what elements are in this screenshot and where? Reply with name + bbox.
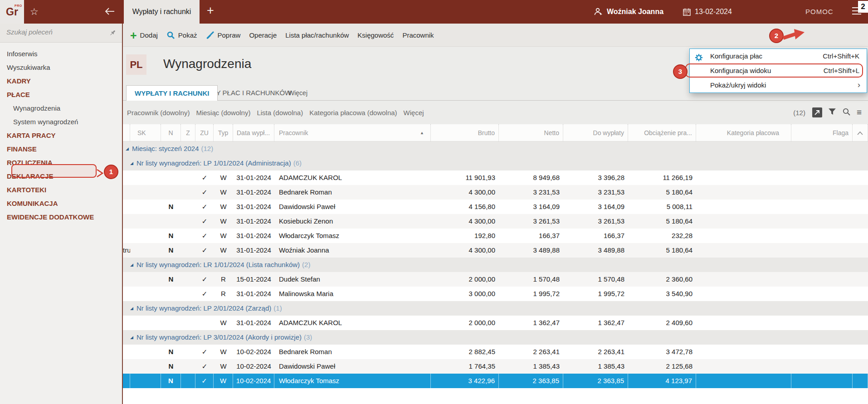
cell-sk <box>130 287 161 301</box>
cell-kategoria <box>696 229 791 243</box>
column-header-n[interactable]: N <box>161 124 181 141</box>
back-arrow-icon[interactable] <box>104 7 115 18</box>
sidebar-item-karta-pracy[interactable]: KARTA PRACY <box>0 129 122 142</box>
group-row[interactable]: ◢Nr listy wynagrodzeń: LP 2/01/2024 (Zar… <box>123 301 868 316</box>
cell-kategoria <box>696 272 791 287</box>
column-header-netto[interactable]: Netto <box>499 124 563 141</box>
table-row-malinowska-maria[interactable]: ✓R31-01-2024Malinowska Maria3 000,001 99… <box>123 287 868 301</box>
toolbar-button-operacje[interactable]: Operacje <box>249 31 277 39</box>
collapse-triangle-icon[interactable]: ◢ <box>130 258 133 272</box>
column-header-flaga[interactable]: Flaga <box>791 124 853 141</box>
toolbar-button-dodaj[interactable]: +Dodaj <box>130 31 158 40</box>
brush-icon <box>206 31 215 39</box>
cell-z <box>181 200 195 214</box>
cell-scroll <box>853 359 868 374</box>
cell-pracownik: Woźniak Joanna <box>274 243 431 258</box>
toolbar-button-pracownik[interactable]: Pracownik <box>402 31 434 39</box>
cell-brutto: 2 000,00 <box>431 272 499 287</box>
filter-0[interactable]: Pracownik (dowolny) <box>127 109 190 117</box>
filter-2[interactable]: Lista (dowolna) <box>257 109 303 117</box>
new-tab-button[interactable]: + <box>207 4 214 18</box>
window-tab-wyplaty[interactable]: Wypłaty i rachunki <box>124 0 200 24</box>
cell-data: 31-01-2024 <box>233 214 274 229</box>
column-header-obciazenie[interactable]: Obciążenie pra... <box>628 124 696 141</box>
column-header-do_wyplaty[interactable]: Do wypłaty <box>563 124 628 141</box>
column-header-sk[interactable]: SK <box>130 124 161 141</box>
column-header-zu[interactable]: ZU <box>195 124 214 141</box>
pin-icon[interactable] <box>109 29 117 39</box>
collapse-triangle-icon[interactable]: ◢ <box>126 141 129 156</box>
table-row-dudek-stefan[interactable]: N✓R15-01-2024Dudek Stefan2 000,001 570,4… <box>123 272 868 287</box>
filter-4[interactable]: Więcej <box>404 109 424 117</box>
column-label: Netto <box>544 129 559 136</box>
search-icon[interactable] <box>842 107 851 118</box>
cell-marker <box>123 272 130 287</box>
cell-kategoria <box>696 214 791 229</box>
tab-wypłaty-i-rachunki[interactable]: WYPŁATY I RACHUNKI <box>126 85 218 101</box>
collapse-triangle-icon[interactable]: ◢ <box>130 156 133 170</box>
table-row-adamczuk-karol[interactable]: ✓W31-01-2024ADAMCZUK KAROL11 901,938 949… <box>123 170 868 185</box>
sidebar-item-komunikacja[interactable]: KOMUNIKACJA <box>0 197 122 210</box>
sidebar-item-system-wynagrodzeń[interactable]: System wynagrodzeń <box>0 115 122 129</box>
current-user[interactable]: Woźniak Joanna <box>593 0 663 24</box>
cell-sk <box>130 170 161 185</box>
table-row-dawidowski-paweł[interactable]: N✓W31-01-2024Dawidowski Paweł4 156,803 1… <box>123 200 868 214</box>
filter-3[interactable]: Kategoria płacowa (dowolna) <box>309 109 397 117</box>
group-count: (2) <box>302 258 310 272</box>
command-search: Szukaj poleceń <box>0 24 122 43</box>
column-header-pracownik[interactable]: Pracownik▲ <box>274 124 431 141</box>
column-header-typ[interactable]: Typ <box>214 124 233 141</box>
column-label: N <box>168 129 173 136</box>
collapse-triangle-icon[interactable]: ◢ <box>130 301 133 316</box>
group-row[interactable]: ◢Nr listy wynagrodzeń: LP 1/01/2024 (Adm… <box>123 156 868 170</box>
table-row-woźniak-joanna[interactable]: trueN✓W31-01-2024Woźniak Joanna4 300,003… <box>123 243 868 258</box>
app-date[interactable]: 13-02-2024 <box>683 0 732 24</box>
help-menu[interactable]: POMOC <box>805 0 834 24</box>
table-row-adamczuk-karol[interactable]: W31-01-2024ADAMCZUK KAROL2 000,001 362,4… <box>123 316 868 330</box>
column-label: SK <box>137 129 146 136</box>
sidebar-item-kadry[interactable]: KADRY <box>0 74 122 88</box>
export-icon[interactable] <box>812 107 822 117</box>
column-header-z[interactable]: Z <box>181 124 195 141</box>
star-icon[interactable]: ☆ <box>30 6 39 18</box>
menu-item-konfiguracja-płac[interactable]: Konfiguracja płacCtrl+Shift+K <box>690 49 867 63</box>
table-row-włodarczyk-tomasz[interactable]: N✓W10-02-2024Włodarczyk Tomasz3 422,962 … <box>123 374 868 388</box>
sidebar-item-ewidencje-dodatkowe[interactable]: EWIDENCJE DODATKOWE <box>0 210 122 224</box>
column-header-data[interactable]: Data wypł... <box>233 124 274 141</box>
cell-scroll <box>853 229 868 243</box>
column-header-brutto[interactable]: Brutto <box>431 124 499 141</box>
collapse-triangle-icon[interactable]: ◢ <box>130 330 133 345</box>
sidebar-item-finanse[interactable]: FINANSE <box>0 142 122 156</box>
toolbar-button-księgowość[interactable]: Księgowość <box>357 31 394 39</box>
toolbar-button-pokaż[interactable]: Pokaż <box>166 31 197 39</box>
table-row-włodarczyk-tomasz[interactable]: N✓W31-01-2024Włodarczyk Tomasz192,80166,… <box>123 229 868 243</box>
column-header-marker[interactable] <box>123 124 130 141</box>
filter-icon[interactable] <box>828 108 836 117</box>
table-row-dawidowski-paweł[interactable]: N✓W10-02-2024Dawidowski Paweł1 764,351 3… <box>123 359 868 374</box>
column-header-scroll[interactable] <box>853 124 868 141</box>
cell-flaga <box>791 272 853 287</box>
table-row-bednarek-roman[interactable]: ✓W31-01-2024Bednarek Roman4 300,003 231,… <box>123 185 868 200</box>
group-row[interactable]: ◢Nr listy wynagrodzeń: LP 3/01/2024 (Ako… <box>123 330 868 345</box>
tab-więcej[interactable]: Więcej <box>288 85 307 101</box>
sidebar-item-wynagrodzenia[interactable]: Wynagrodzenia <box>0 102 122 115</box>
sidebar-item-płace[interactable]: PŁACE <box>0 88 122 102</box>
annotation-step1-badge: 1 <box>104 165 118 179</box>
sidebar-item-kartoteki[interactable]: KARTOTEKI <box>0 183 122 197</box>
list-icon[interactable]: ≡ <box>857 107 862 117</box>
table-row-kosiebucki-zenon[interactable]: ✓W31-01-2024Kosiebucki Zenon4 300,003 26… <box>123 214 868 229</box>
sidebar-item-wyszukiwarka[interactable]: Wyszukiwarka <box>0 61 122 74</box>
filter-1[interactable]: Miesiąc (dowolny) <box>196 109 250 117</box>
column-header-kategoria[interactable]: Kategoria płacowa <box>696 124 791 141</box>
page-title: Wynagrodzenia <box>163 57 251 71</box>
menu-item-pokaż-ukryj-widoki[interactable]: Pokaż/ukryj widoki› <box>690 78 867 92</box>
cell-pracownik: Malinowska Maria <box>274 287 431 301</box>
sidebar-item-infoserwis[interactable]: Infoserwis <box>0 47 122 61</box>
search-input[interactable]: Szukaj poleceń <box>6 28 53 36</box>
toolbar-button-popraw[interactable]: Popraw <box>206 31 241 39</box>
toolbar-button-lista-płac-rachunków[interactable]: Lista płac/rachunków <box>285 31 349 39</box>
table-row-bednarek-roman[interactable]: N✓W10-02-2024Bednarek Roman2 882,452 263… <box>123 345 868 359</box>
group-row[interactable]: ◢Nr listy wynagrodzeń: LR 1/01/2024 (Lis… <box>123 258 868 272</box>
group-row[interactable]: ◢Miesiąc: styczeń 2024(12) <box>123 141 868 156</box>
collapse-chevron-icon[interactable] <box>857 131 863 136</box>
